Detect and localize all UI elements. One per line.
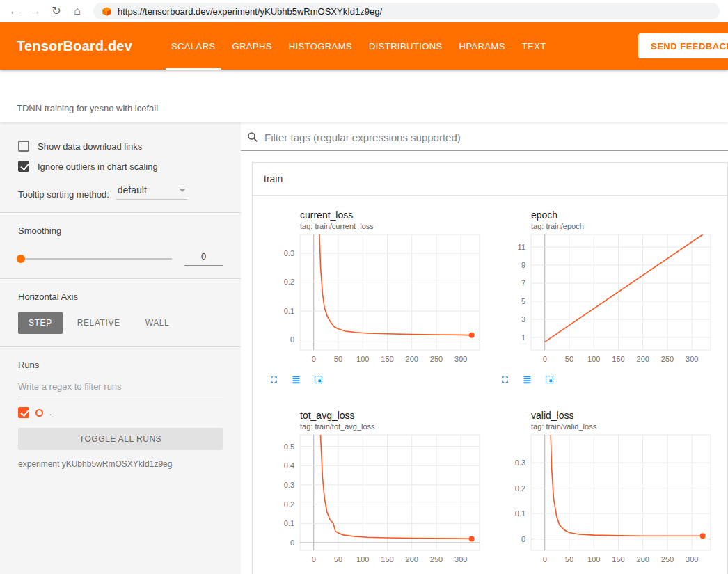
fullscreen-icon[interactable] bbox=[267, 373, 280, 386]
svg-text:50: 50 bbox=[565, 555, 573, 564]
svg-text:0.5: 0.5 bbox=[284, 443, 294, 451]
fullscreen-icon[interactable] bbox=[498, 373, 512, 386]
chart-tag: tag: train/valid_loss bbox=[495, 422, 718, 431]
axis-option-step[interactable]: STEP bbox=[18, 312, 63, 334]
svg-text:150: 150 bbox=[612, 355, 624, 363]
chart-card-valid_loss: valid_losstag: train/valid_loss050100150… bbox=[495, 410, 718, 574]
run-checkbox[interactable] bbox=[18, 407, 29, 418]
experiment-id-caption: experiment yKUbhb5wRmOSXYkId1z9eg bbox=[18, 459, 223, 469]
ignore-outliers-checkbox[interactable] bbox=[18, 161, 29, 172]
address-bar[interactable]: https://tensorboard.dev/experiment/yKUbh… bbox=[93, 3, 720, 19]
fit-domain-icon[interactable] bbox=[543, 373, 556, 386]
svg-text:150: 150 bbox=[381, 355, 393, 363]
show-download-links-checkbox[interactable] bbox=[18, 141, 29, 152]
svg-text:250: 250 bbox=[661, 555, 674, 564]
runs-filter-input[interactable] bbox=[18, 376, 223, 397]
tab-scalars[interactable]: SCALARS bbox=[163, 22, 224, 70]
horizontal-axis-label: Horizontal Axis bbox=[18, 292, 223, 302]
svg-text:200: 200 bbox=[406, 555, 418, 564]
svg-text:0: 0 bbox=[290, 335, 294, 344]
svg-text:7: 7 bbox=[521, 279, 525, 287]
svg-text:250: 250 bbox=[430, 555, 443, 564]
svg-text:0: 0 bbox=[312, 555, 316, 564]
home-icon[interactable]: ⌂ bbox=[71, 6, 84, 17]
chart-title: tot_avg_loss bbox=[264, 410, 486, 421]
general-settings-section: Show data download links Ignore outliers… bbox=[0, 141, 241, 200]
view-data-icon[interactable] bbox=[521, 373, 534, 386]
divider bbox=[0, 346, 241, 347]
svg-text:250: 250 bbox=[430, 355, 443, 363]
tab-hparams[interactable]: HPARAMS bbox=[451, 22, 514, 70]
divider bbox=[0, 278, 241, 279]
smoothing-slider[interactable] bbox=[18, 258, 172, 260]
divider bbox=[0, 212, 241, 213]
svg-text:0: 0 bbox=[543, 555, 547, 564]
settings-sidebar: Show data download links Ignore outliers… bbox=[0, 122, 241, 574]
reload-icon[interactable]: ↻ bbox=[50, 6, 63, 17]
svg-text:0.3: 0.3 bbox=[284, 481, 294, 489]
tab-distributions[interactable]: DISTRIBUTIONS bbox=[361, 22, 451, 70]
search-icon bbox=[246, 131, 259, 143]
tab-graphs[interactable]: GRAPHS bbox=[224, 22, 280, 70]
chart-title: valid_loss bbox=[495, 410, 718, 421]
run-row[interactable]: . bbox=[18, 407, 223, 418]
chart-plot-current_loss[interactable]: 05010015020025030000.10.20.3 bbox=[264, 230, 486, 368]
view-data-icon[interactable] bbox=[290, 373, 303, 386]
horizontal-axis-section: Horizontal Axis STEPRELATIVEWALL bbox=[0, 292, 241, 334]
experiment-title-bar: TDNN training for yesno with icefall bbox=[0, 70, 728, 122]
chart-card-current_loss: current_losstag: train/current_loss05010… bbox=[264, 209, 486, 386]
tooltip-sorting-value: default bbox=[118, 184, 147, 196]
ignore-outliers-row[interactable]: Ignore outliers in chart scaling bbox=[18, 161, 223, 172]
toggle-all-runs-button[interactable]: TOGGLE ALL RUNS bbox=[18, 428, 223, 450]
chart-tag: tag: train/current_loss bbox=[264, 222, 486, 230]
chart-plot-tot_avg_loss[interactable]: 05010015020025030000.10.20.30.40.5 bbox=[264, 431, 486, 568]
runs-label: Runs bbox=[18, 360, 223, 370]
horizontal-axis-buttons: STEPRELATIVEWALL bbox=[18, 312, 223, 334]
url-text[interactable]: https://tensorboard.dev/experiment/yKUbh… bbox=[118, 6, 382, 17]
svg-text:300: 300 bbox=[686, 355, 698, 363]
axis-option-relative[interactable]: RELATIVE bbox=[67, 312, 131, 334]
svg-text:50: 50 bbox=[334, 355, 342, 363]
svg-text:0.1: 0.1 bbox=[284, 307, 294, 315]
svg-text:11: 11 bbox=[518, 243, 525, 251]
tooltip-sorting-select[interactable]: default bbox=[116, 184, 187, 200]
app-logo[interactable]: TensorBoard.dev bbox=[17, 38, 132, 54]
fit-domain-icon[interactable] bbox=[312, 373, 325, 386]
tab-histograms[interactable]: HISTOGRAMS bbox=[280, 22, 361, 70]
smoothing-slider-thumb[interactable] bbox=[17, 255, 25, 263]
forward-icon[interactable]: → bbox=[29, 6, 42, 17]
chevron-down-icon bbox=[179, 189, 186, 192]
svg-text:0.2: 0.2 bbox=[284, 500, 294, 509]
chart-tag: tag: train/tot_avg_loss bbox=[264, 422, 486, 431]
chart-toolbar bbox=[264, 373, 486, 386]
svg-text:9: 9 bbox=[521, 261, 525, 269]
tab-text[interactable]: TEXT bbox=[514, 22, 555, 70]
chart-plot-epoch[interactable]: 0501001502002503001357911 bbox=[495, 230, 718, 368]
back-icon[interactable]: ← bbox=[8, 6, 21, 17]
smoothing-value[interactable]: 0 bbox=[184, 251, 223, 266]
ignore-outliers-label: Ignore outliers in chart scaling bbox=[38, 161, 158, 172]
tag-group-train: train current_losstag: train/current_los… bbox=[252, 162, 728, 574]
chart-plot-valid_loss[interactable]: 05010015020025030000.10.20.3 bbox=[495, 431, 718, 568]
svg-text:150: 150 bbox=[612, 555, 624, 564]
smoothing-label: Smoothing bbox=[18, 225, 223, 236]
svg-text:100: 100 bbox=[587, 555, 600, 564]
axis-option-wall[interactable]: WALL bbox=[135, 312, 180, 334]
svg-text:250: 250 bbox=[661, 355, 674, 363]
chart-card-epoch: epochtag: train/epoch0501001502002503001… bbox=[495, 209, 718, 386]
chart-toolbar bbox=[495, 373, 718, 386]
svg-text:5: 5 bbox=[521, 297, 525, 305]
send-feedback-button[interactable]: SEND FEEDBACK bbox=[638, 33, 728, 58]
tag-group-header[interactable]: train bbox=[253, 163, 727, 196]
svg-text:100: 100 bbox=[587, 355, 600, 363]
svg-text:100: 100 bbox=[356, 355, 369, 363]
charts-grid: current_losstag: train/current_loss05010… bbox=[253, 196, 727, 574]
svg-text:0.1: 0.1 bbox=[515, 509, 525, 518]
svg-text:3: 3 bbox=[521, 315, 525, 324]
svg-text:300: 300 bbox=[454, 355, 467, 363]
show-download-links-row[interactable]: Show data download links bbox=[18, 141, 223, 152]
tag-filter-input[interactable] bbox=[264, 131, 728, 143]
svg-text:200: 200 bbox=[637, 355, 649, 363]
svg-text:300: 300 bbox=[686, 555, 698, 564]
svg-text:0.1: 0.1 bbox=[284, 519, 294, 527]
